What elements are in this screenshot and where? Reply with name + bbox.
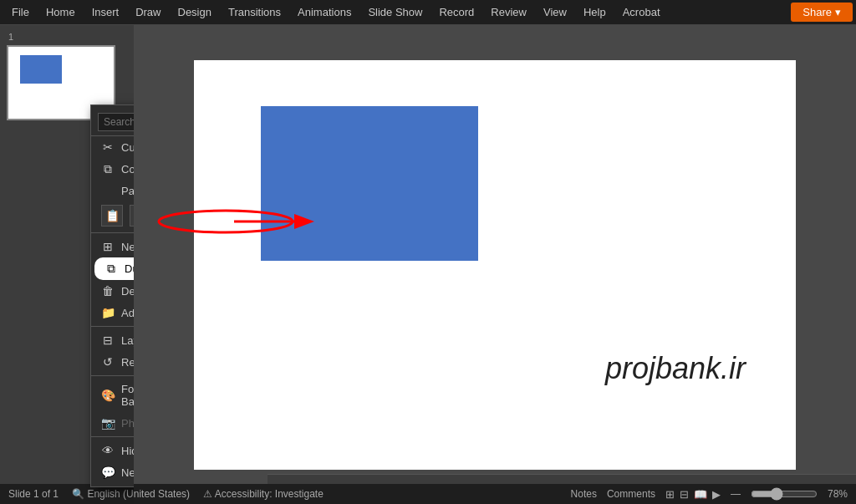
- accessibility-status[interactable]: ⚠ Accessibility: Investigate: [203, 488, 324, 500]
- context-menu-hide-slide[interactable]: 👁 Hide Slide: [91, 440, 134, 461]
- normal-view-icon[interactable]: ⊞: [665, 488, 675, 501]
- menu-insert[interactable]: Insert: [84, 0, 128, 25]
- menu-slideshow[interactable]: Slide Show: [359, 0, 431, 25]
- accessibility-icon: 🔍: [72, 488, 84, 500]
- format-bg-label: Format Background...: [121, 383, 134, 408]
- context-menu-add-section[interactable]: 📁 Add Section: [91, 302, 134, 323]
- context-search-container: [91, 109, 134, 136]
- paste-options-row: 📋 🖼: [91, 201, 134, 230]
- paste-option-1[interactable]: 📋: [101, 205, 123, 227]
- layout-icon: ⊟: [101, 333, 115, 347]
- add-section-label: Add Section: [121, 307, 134, 319]
- language-indicator: 🔍 English (United States): [72, 488, 190, 500]
- menu-view[interactable]: View: [535, 0, 575, 25]
- menu-help[interactable]: Help: [575, 0, 614, 25]
- context-menu-copy[interactable]: ⧉ Copy: [91, 158, 134, 181]
- delete-icon: 🗑: [101, 284, 115, 298]
- view-icons: ⊞ ⊟ 📖 ▶: [665, 488, 721, 501]
- context-menu: ✂ Cut ⧉ Copy Paste Options: 📋 🖼 ⊞ New: [90, 104, 134, 487]
- comments-button[interactable]: Comments: [607, 488, 655, 500]
- copy-label: Copy: [121, 163, 134, 176]
- menu-file[interactable]: File: [3, 0, 38, 25]
- cut-icon: ✂: [101, 140, 115, 154]
- paste-option-2[interactable]: 🖼: [130, 205, 134, 227]
- context-menu-cut[interactable]: ✂ Cut: [91, 136, 134, 158]
- reset-label: Reset Slide: [121, 356, 134, 369]
- slide-blue-rectangle: [261, 106, 478, 261]
- canvas-area: projbank.ir Click to add notes: [134, 25, 856, 504]
- reset-icon: ↺: [101, 355, 115, 369]
- context-menu-new-slide[interactable]: ⊞ New Slide: [91, 236, 134, 257]
- notes-button[interactable]: Notes: [571, 488, 597, 500]
- slide-thumb-shape: [20, 55, 62, 84]
- watermark-text: projbank.ir: [605, 351, 746, 386]
- comment-icon: 💬: [101, 466, 115, 479]
- paste-label: Paste Options:: [121, 185, 134, 197]
- context-menu-new-comment[interactable]: 💬 New Comment: [91, 461, 134, 483]
- grid-view-icon[interactable]: ⊟: [680, 488, 689, 501]
- context-menu-layout[interactable]: ⊟ Layout ▶: [91, 329, 134, 351]
- context-menu-reset-slide[interactable]: ↺ Reset Slide: [91, 351, 134, 373]
- photo-label: Photo Album...: [121, 417, 134, 430]
- share-button[interactable]: Share ▾: [791, 3, 853, 22]
- slide-panel: 1 ✂ Cut ⧉ Copy Paste Options:: [0, 25, 134, 504]
- menu-draw[interactable]: Draw: [127, 0, 169, 25]
- main-layout: 1 ✂ Cut ⧉ Copy Paste Options:: [0, 25, 856, 504]
- menu-bar: File Home Insert Draw Design Transitions…: [0, 0, 856, 25]
- layout-label: Layout: [121, 334, 134, 347]
- reading-view-icon[interactable]: 📖: [694, 488, 707, 501]
- menu-record[interactable]: Record: [431, 0, 482, 25]
- menu-transitions[interactable]: Transitions: [220, 0, 289, 25]
- warning-icon: ⚠: [203, 488, 212, 500]
- menu-design[interactable]: Design: [170, 0, 220, 25]
- slide-info: Slide 1 of 1: [8, 488, 59, 500]
- slideshow-view-icon[interactable]: ▶: [712, 488, 721, 501]
- menu-acrobat[interactable]: Acrobat: [614, 0, 669, 25]
- zoom-slider[interactable]: [751, 487, 818, 501]
- duplicate-label: Duplicate Slide: [125, 262, 134, 275]
- copy-icon: ⧉: [101, 162, 115, 176]
- menu-home[interactable]: Home: [38, 0, 84, 25]
- new-slide-icon: ⊞: [101, 240, 115, 253]
- hide-label: Hide Slide: [121, 445, 134, 457]
- duplicate-icon: ⧉: [104, 262, 118, 276]
- menu-review[interactable]: Review: [482, 0, 535, 25]
- context-menu-delete-slide[interactable]: 🗑 Delete Slide: [91, 280, 134, 302]
- add-section-icon: 📁: [101, 306, 115, 319]
- zoom-level: 78%: [828, 488, 848, 500]
- context-menu-photo-album: 📷 Photo Album...: [91, 412, 134, 434]
- share-chevron-icon: ▾: [835, 6, 841, 18]
- slide-canvas[interactable]: projbank.ir: [194, 60, 796, 470]
- hide-icon: 👁: [101, 444, 115, 457]
- cut-label: Cut: [121, 141, 134, 154]
- zoom-separator: —: [731, 488, 741, 500]
- share-label: Share: [802, 6, 832, 18]
- new-comment-label: New Comment: [121, 466, 134, 479]
- context-search-input[interactable]: [98, 113, 134, 131]
- status-right: Notes Comments ⊞ ⊟ 📖 ▶ — 78%: [571, 487, 848, 501]
- context-menu-duplicate-slide[interactable]: ⧉ Duplicate Slide: [94, 257, 134, 280]
- photo-icon: 📷: [101, 416, 115, 430]
- context-menu-format-bg[interactable]: 🎨 Format Background...: [91, 379, 134, 412]
- format-bg-icon: 🎨: [101, 389, 115, 402]
- slide-number: 1: [7, 32, 127, 42]
- context-menu-paste-header: Paste Options:: [91, 181, 134, 201]
- menu-animations[interactable]: Animations: [289, 0, 359, 25]
- new-slide-label: New Slide: [121, 241, 134, 253]
- delete-label: Delete Slide: [121, 285, 134, 298]
